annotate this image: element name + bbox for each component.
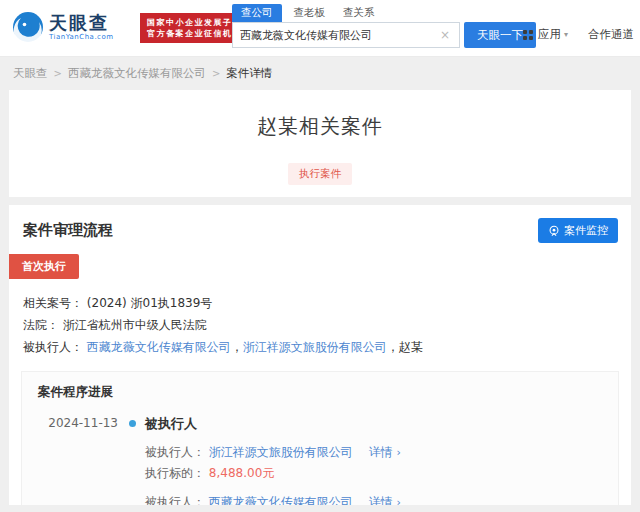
field-defendants: 被执行人： 西藏龙薇文化传媒有限公司，浙江祥源文旅股份有限公司，赵某 (23, 336, 617, 358)
detail-link[interactable]: 详情 › (369, 445, 401, 459)
chevron-right-icon: › (396, 496, 400, 505)
timeline-date: 2024-11-13 (22, 415, 118, 505)
executed-party-link[interactable]: 浙江祥源文旅股份有限公司 (209, 445, 353, 459)
case-process-card: 案件审理流程 案件监控 首次执行 相关案号： (2024) 浙01执1839号 … (9, 205, 631, 505)
tianyancha-eye-icon (12, 11, 44, 43)
header-nav: 应用 ▾ 合作通道 (523, 27, 634, 42)
defendant-company-link[interactable]: 西藏龙薇文化传媒有限公司 (87, 340, 231, 354)
breadcrumb: 天眼查 > 西藏龙薇文化传媒有限公司 > 案件详情 (0, 57, 640, 90)
progress-title: 案件程序进展 (22, 372, 618, 405)
search-area: 查公司 查老板 查关系 西藏龙薇文化传媒有限公司 × 天眼一下 (232, 5, 536, 48)
tab-search-company[interactable]: 查公司 (232, 4, 282, 22)
monitor-icon (548, 225, 560, 237)
execution-item: 被执行人： 浙江祥源文旅股份有限公司 详情 › 执行标的： 8,488.00元 (145, 442, 618, 483)
timeline-entry: 2024-11-13 被执行人 被执行人： 浙江祥源文旅股份有限公司 详情 › … (22, 415, 618, 505)
section-title: 案件审理流程 (23, 221, 113, 240)
breadcrumb-current: 案件详情 (226, 66, 272, 81)
case-monitor-button[interactable]: 案件监控 (538, 218, 618, 243)
breadcrumb-home[interactable]: 天眼查 (13, 66, 48, 81)
page-title: 赵某相关案件 (9, 90, 631, 140)
timeline-dot-icon (129, 420, 136, 427)
timeline-event-title: 被执行人 (145, 415, 618, 433)
case-title-card: 赵某相关案件 执行案件 (9, 90, 631, 197)
defendant-company-link[interactable]: 浙江祥源文旅股份有限公司 (243, 340, 387, 354)
chevron-down-icon: ▾ (564, 30, 568, 39)
search-input[interactable]: 西藏龙薇文化传媒有限公司 × (232, 22, 460, 48)
search-tabs: 查公司 查老板 查关系 (232, 5, 536, 22)
breadcrumb-separator: > (54, 68, 62, 79)
field-court: 法院： 浙江省杭州市中级人民法院 (23, 314, 617, 336)
search-input-value: 西藏龙薇文化传媒有限公司 (240, 28, 438, 43)
case-type-badge: 执行案件 (288, 163, 352, 185)
chevron-right-icon: › (396, 446, 400, 459)
field-case-number: 相关案号： (2024) 浙01执1839号 (23, 292, 617, 314)
breadcrumb-company[interactable]: 西藏龙薇文化传媒有限公司 (68, 66, 206, 81)
logo-domain-text: TianYanCha.com (49, 33, 114, 41)
detail-link[interactable]: 详情 › (369, 495, 401, 505)
clear-icon[interactable]: × (438, 28, 452, 42)
executed-party-link[interactable]: 西藏龙薇文化传媒有限公司 (209, 495, 353, 505)
execution-amount: 8,488.00元 (209, 466, 274, 480)
nav-cooperation[interactable]: 合作通道 (588, 27, 634, 42)
execution-item: 被执行人： 西藏龙薇文化传媒有限公司 详情 › 执行标的： 8,488.00元 (145, 492, 618, 505)
apps-grid-icon (523, 30, 533, 40)
defendant-person: 赵某 (399, 340, 423, 354)
stage-tab-first-execution[interactable]: 首次执行 (9, 254, 79, 279)
breadcrumb-separator: > (212, 68, 220, 79)
case-progress-panel: 案件程序进展 2024-11-13 被执行人 被执行人： 浙江祥源文旅股份有限公… (21, 371, 619, 505)
top-header: 天眼查 TianYanCha.com 国家中小企业发展子基金旗下 官方备案企业征… (0, 0, 640, 57)
nav-apps[interactable]: 应用 (538, 27, 561, 42)
tab-search-relation[interactable]: 查关系 (343, 4, 375, 22)
tab-search-boss[interactable]: 查老板 (294, 4, 326, 22)
logo-brand-text: 天眼查 (49, 13, 114, 33)
tianyancha-logo[interactable]: 天眼查 TianYanCha.com (12, 11, 114, 43)
